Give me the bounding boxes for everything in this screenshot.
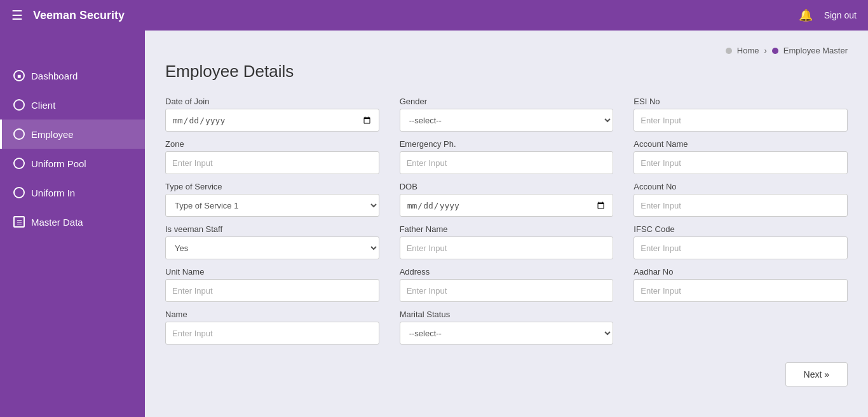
breadcrumb-home-dot (726, 48, 732, 54)
sidebar-label-dashboard: Dashboard (31, 71, 78, 81)
input-dob[interactable] (400, 194, 614, 217)
breadcrumb: Home › Employee Master (165, 46, 848, 55)
field-emergency-ph: Emergency Ph. (400, 139, 614, 174)
input-zone[interactable] (165, 151, 379, 174)
sidebar-label-employee: Employee (31, 129, 74, 140)
breadcrumb-separator: › (764, 46, 767, 55)
input-account-no[interactable] (634, 194, 848, 217)
label-gender: Gender (400, 97, 614, 106)
breadcrumb-current-dot (772, 48, 778, 54)
form-col-2: Gender --select-- Male Female Emergency … (400, 97, 614, 345)
sidebar-label-client: Client (31, 100, 55, 111)
input-aadhar-no[interactable] (634, 279, 848, 302)
field-esi-no: ESI No (634, 97, 848, 132)
dashboard-icon: ■ (13, 70, 25, 81)
sidebar-item-uniform-pool[interactable]: Uniform Pool (0, 149, 145, 178)
sidebar-label-master-data: Master Data (31, 217, 83, 228)
label-marital-status: Marital Status (400, 310, 614, 319)
app-brand: Veeman Security (33, 9, 799, 22)
field-marital-status: Marital Status --select-- Single Married (400, 310, 614, 345)
hamburger-icon[interactable]: ☰ (11, 8, 23, 23)
field-date-of-join: Date of Join (165, 97, 379, 132)
form-col-3: ESI No Account Name Account No IFSC Code… (634, 97, 848, 345)
next-button[interactable]: Next » (785, 362, 848, 386)
button-row: Next » (165, 362, 848, 386)
topbar: ☰ Veeman Security 🔔 Sign out (0, 0, 868, 31)
label-type-of-service: Type of Service (165, 182, 379, 191)
select-is-veeman-staff[interactable]: Yes No (165, 236, 379, 259)
sidebar-item-uniform-in[interactable]: Uniform In (0, 178, 145, 207)
page-title: Employee Details (165, 62, 848, 81)
breadcrumb-current: Employee Master (783, 46, 848, 55)
employee-details-form: Date of Join Zone Type of Service Type o… (165, 97, 848, 345)
field-father-name: Father Name (400, 224, 614, 259)
field-ifsc-code: IFSC Code (634, 224, 848, 259)
uniform-pool-icon (13, 158, 25, 169)
sidebar: ■ Dashboard Client Employee Uniform Pool… (0, 31, 145, 417)
label-address: Address (400, 267, 614, 277)
uniform-in-icon (13, 187, 25, 198)
input-emergency-ph[interactable] (400, 151, 614, 174)
master-data-icon: ☰ (13, 216, 25, 228)
label-account-no: Account No (634, 182, 848, 191)
client-icon (13, 99, 25, 111)
input-ifsc-code[interactable] (634, 236, 848, 259)
label-account-name: Account Name (634, 139, 848, 149)
input-date-of-join[interactable] (165, 109, 379, 132)
main-content: Home › Employee Master Employee Details … (145, 31, 868, 417)
label-unit-name: Unit Name (165, 267, 379, 277)
label-father-name: Father Name (400, 224, 614, 234)
sidebar-label-uniform-pool: Uniform Pool (31, 158, 86, 169)
field-type-of-service: Type of Service Type of Service 1 Type o… (165, 182, 379, 217)
field-address: Address (400, 267, 614, 302)
label-zone: Zone (165, 139, 379, 149)
label-emergency-ph: Emergency Ph. (400, 139, 614, 149)
sidebar-item-employee[interactable]: Employee (0, 120, 145, 149)
field-account-name: Account Name (634, 139, 848, 174)
input-esi-no[interactable] (634, 109, 848, 132)
label-esi-no: ESI No (634, 97, 848, 106)
input-account-name[interactable] (634, 151, 848, 174)
label-ifsc-code: IFSC Code (634, 224, 848, 234)
signout-button[interactable]: Sign out (824, 10, 857, 20)
input-unit-name[interactable] (165, 279, 379, 302)
field-dob: DOB (400, 182, 614, 217)
sidebar-item-master-data[interactable]: ☰ Master Data (0, 207, 145, 236)
sidebar-item-client[interactable]: Client (0, 90, 145, 120)
input-father-name[interactable] (400, 236, 614, 259)
field-zone: Zone (165, 139, 379, 174)
form-col-1: Date of Join Zone Type of Service Type o… (165, 97, 379, 345)
field-gender: Gender --select-- Male Female (400, 97, 614, 132)
select-marital-status[interactable]: --select-- Single Married (400, 322, 614, 345)
breadcrumb-home: Home (737, 46, 759, 55)
field-unit-name: Unit Name (165, 267, 379, 302)
select-gender[interactable]: --select-- Male Female (400, 109, 614, 132)
sidebar-item-dashboard[interactable]: ■ Dashboard (0, 61, 145, 90)
label-name: Name (165, 310, 379, 319)
input-name[interactable] (165, 322, 379, 345)
label-aadhar-no: Aadhar No (634, 267, 848, 277)
label-dob: DOB (400, 182, 614, 191)
field-name: Name (165, 310, 379, 345)
field-account-no: Account No (634, 182, 848, 217)
sidebar-label-uniform-in: Uniform In (31, 188, 75, 198)
label-date-of-join: Date of Join (165, 97, 379, 106)
field-aadhar-no: Aadhar No (634, 267, 848, 302)
input-address[interactable] (400, 279, 614, 302)
field-is-veeman-staff: Is veeman Staff Yes No (165, 224, 379, 259)
notification-bell-icon[interactable]: 🔔 (799, 8, 813, 22)
label-is-veeman-staff: Is veeman Staff (165, 224, 379, 234)
select-type-of-service[interactable]: Type of Service 1 Type of Service 2 (165, 194, 379, 217)
employee-icon (13, 128, 25, 140)
